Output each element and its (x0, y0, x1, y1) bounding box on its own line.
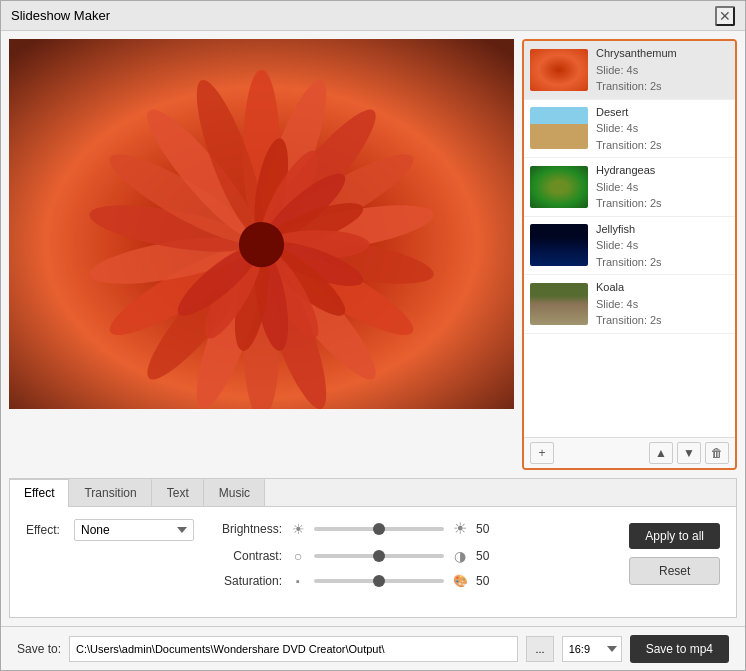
saturation-slider[interactable] (314, 579, 444, 583)
slide-name: Koala (596, 279, 729, 296)
tabs-area: EffectTransitionTextMusic Effect: None B… (9, 478, 737, 618)
tab-content: Effect: None Brightness: ☀ ☀ 50 (10, 507, 736, 617)
video-background (9, 39, 514, 409)
slide-info: Koala Slide: 4s Transition: 2s (596, 279, 729, 329)
slide-transition: Transition: 2s (596, 195, 729, 212)
slide-info: Chrysanthemum Slide: 4s Transition: 2s (596, 45, 729, 95)
close-button[interactable]: ✕ (715, 6, 735, 26)
contrast-row: Contrast: ○ ◑ 50 (214, 548, 609, 564)
move-down-button[interactable]: ▼ (677, 442, 701, 464)
video-area: ▶ ■ (9, 39, 514, 409)
tab-effect[interactable]: Effect (10, 479, 69, 507)
aspect-ratio-select[interactable]: 16:9 4:3 1:1 (562, 636, 622, 662)
saturation-low-icon: ▪ (290, 575, 306, 587)
slide-duration: Slide: 4s (596, 179, 729, 196)
slide-item[interactable]: Hydrangeas Slide: 4s Transition: 2s (524, 158, 735, 217)
slide-toolbar: + ▲ ▼ 🗑 (524, 437, 735, 468)
slide-item[interactable]: Jellyfish Slide: 4s Transition: 2s (524, 217, 735, 276)
effect-row: Effect: None (26, 519, 194, 541)
slide-duration: Slide: 4s (596, 62, 729, 79)
brightness-slider[interactable] (314, 527, 444, 531)
slide-item[interactable]: Koala Slide: 4s Transition: 2s (524, 275, 735, 334)
slide-duration: Slide: 4s (596, 120, 729, 137)
save-to-label: Save to: (17, 642, 61, 656)
svg-point-31 (239, 222, 284, 267)
titlebar: Slideshow Maker ✕ (1, 1, 745, 31)
slide-duration: Slide: 4s (596, 237, 729, 254)
slide-info: Jellyfish Slide: 4s Transition: 2s (596, 221, 729, 271)
slide-list: Chrysanthemum Slide: 4s Transition: 2s D… (524, 41, 735, 437)
add-slide-button[interactable]: + (530, 442, 554, 464)
slide-transition: Transition: 2s (596, 137, 729, 154)
contrast-low-icon: ○ (290, 548, 306, 564)
tab-transition[interactable]: Transition (69, 479, 151, 506)
save-path-input[interactable] (69, 636, 518, 662)
slide-info: Hydrangeas Slide: 4s Transition: 2s (596, 162, 729, 212)
brightness-label: Brightness: (214, 522, 282, 536)
apply-all-button[interactable]: Apply to all (629, 523, 720, 549)
saturation-row: Saturation: ▪ 🎨 50 (214, 574, 609, 588)
slide-transition: Transition: 2s (596, 254, 729, 271)
slide-duration: Slide: 4s (596, 296, 729, 313)
contrast-label: Contrast: (214, 549, 282, 563)
tab-bar: EffectTransitionTextMusic (10, 479, 736, 507)
tab-music[interactable]: Music (204, 479, 265, 506)
slide-name: Jellyfish (596, 221, 729, 238)
saturation-high-icon: 🎨 (452, 574, 468, 588)
saturation-value: 50 (476, 574, 500, 588)
brightness-row: Brightness: ☀ ☀ 50 (214, 519, 609, 538)
contrast-slider[interactable] (314, 554, 444, 558)
delete-slide-button[interactable]: 🗑 (705, 442, 729, 464)
contrast-high-icon: ◑ (452, 548, 468, 564)
slide-thumbnail (530, 283, 588, 325)
slide-item[interactable]: Chrysanthemum Slide: 4s Transition: 2s (524, 41, 735, 100)
slide-name: Hydrangeas (596, 162, 729, 179)
slide-info: Desert Slide: 4s Transition: 2s (596, 104, 729, 154)
right-panel: Chrysanthemum Slide: 4s Transition: 2s D… (522, 39, 737, 470)
slide-thumbnail (530, 224, 588, 266)
flower-svg (9, 39, 514, 409)
buttons-section: Apply to all Reset (629, 519, 720, 585)
contrast-value: 50 (476, 549, 500, 563)
slide-list-container: Chrysanthemum Slide: 4s Transition: 2s D… (522, 39, 737, 470)
slide-transition: Transition: 2s (596, 312, 729, 329)
effect-label: Effect: (26, 523, 66, 537)
reset-button[interactable]: Reset (629, 557, 720, 585)
save-bar: Save to: ... 16:9 4:3 1:1 Save to mp4 (1, 626, 745, 670)
brightness-high-icon: ☀ (452, 519, 468, 538)
slide-thumbnail (530, 166, 588, 208)
slide-name: Chrysanthemum (596, 45, 729, 62)
tab-text[interactable]: Text (152, 479, 204, 506)
left-panel: ▶ ■ (9, 39, 514, 470)
slide-name: Desert (596, 104, 729, 121)
effect-select[interactable]: None (74, 519, 194, 541)
brightness-low-icon: ☀ (290, 521, 306, 537)
browse-button[interactable]: ... (526, 636, 553, 662)
saturation-label: Saturation: (214, 574, 282, 588)
brightness-value: 50 (476, 522, 500, 536)
slide-thumbnail (530, 107, 588, 149)
window-title: Slideshow Maker (11, 8, 110, 23)
main-content: ▶ ■ (1, 31, 745, 478)
main-window: Slideshow Maker ✕ (0, 0, 746, 671)
save-mp4-button[interactable]: Save to mp4 (630, 635, 729, 663)
slide-thumbnail (530, 49, 588, 91)
slide-item[interactable]: Desert Slide: 4s Transition: 2s (524, 100, 735, 159)
sliders-section: Brightness: ☀ ☀ 50 Contrast: ○ ◑ 50 Satu… (214, 519, 609, 588)
effect-section: Effect: None (26, 519, 194, 541)
slide-transition: Transition: 2s (596, 78, 729, 95)
move-up-button[interactable]: ▲ (649, 442, 673, 464)
